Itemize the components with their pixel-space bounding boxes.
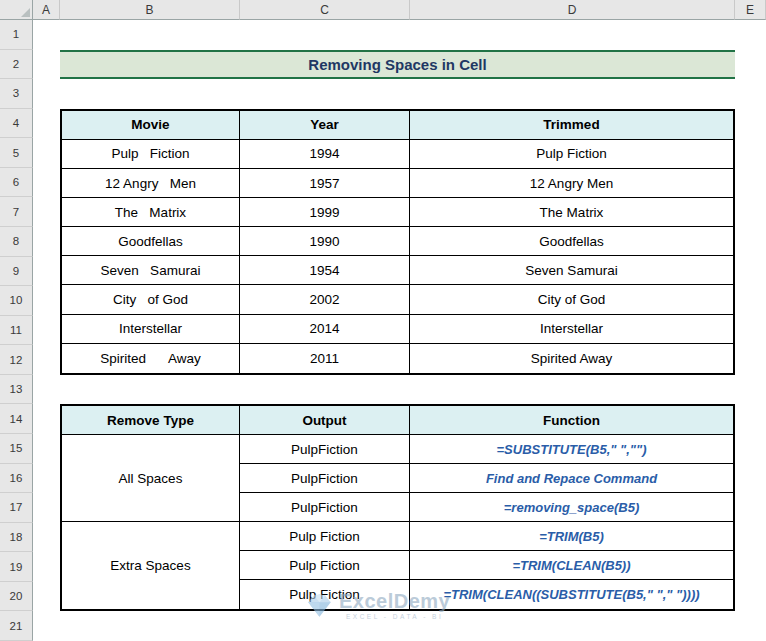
table1-cell-year[interactable]: 1957 — [240, 169, 410, 198]
table1-cell-movie[interactable]: The Matrix — [62, 198, 240, 227]
table1-cell-year[interactable]: 1990 — [240, 227, 410, 256]
row-header-16[interactable]: 16 — [0, 464, 33, 494]
row-header-10[interactable]: 10 — [0, 286, 33, 316]
row-header-11[interactable]: 11 — [0, 316, 33, 346]
row-header-15[interactable]: 15 — [0, 434, 33, 464]
table2-output-cell[interactable]: PulpFiction — [240, 435, 410, 464]
table2-function-cell[interactable]: =TRIM(CLEAN(B5)) — [410, 551, 733, 580]
column-header-A[interactable]: A — [33, 0, 60, 20]
row-header-1[interactable]: 1 — [0, 20, 33, 50]
row-header-4[interactable]: 4 — [0, 109, 33, 139]
table1-cell-trimmed[interactable]: Goodfellas — [410, 227, 733, 256]
table1-cell-movie[interactable]: Pulp Fiction — [62, 140, 240, 169]
table2-output-cell[interactable]: PulpFiction — [240, 493, 410, 522]
table2-function-cell[interactable]: Find and Repace Command — [410, 464, 733, 493]
table1-cell-trimmed[interactable]: 12 Angry Men — [410, 169, 733, 198]
table1-cell-trimmed[interactable]: Spirited Away — [410, 344, 733, 373]
table2-header-output[interactable]: Output — [240, 406, 410, 435]
watermark-tagline: EXCEL - DATA - BI — [346, 613, 443, 620]
row-header-18[interactable]: 18 — [0, 523, 33, 553]
table1-cell-year[interactable]: 1994 — [240, 140, 410, 169]
table1-header-trimmed[interactable]: Trimmed — [410, 111, 733, 140]
row-header-8[interactable]: 8 — [0, 227, 33, 257]
row-header-14[interactable]: 14 — [0, 404, 33, 434]
table1-cell-year[interactable]: 2014 — [240, 315, 410, 344]
table1-cell-movie[interactable]: City of God — [62, 285, 240, 314]
table2-function-cell[interactable]: =TRIM(CLEAN((SUBSTITUTE(B5," "," ")))) — [410, 580, 733, 609]
table1-cell-movie[interactable]: Seven Samurai — [62, 256, 240, 285]
table1-cell-year[interactable]: 1999 — [240, 198, 410, 227]
row-header-3[interactable]: 3 — [0, 79, 33, 109]
column-header-E[interactable]: E — [735, 0, 766, 20]
column-header-D[interactable]: D — [410, 0, 735, 20]
table2-function-cell[interactable]: =TRIM(B5) — [410, 522, 733, 551]
table1-header-year[interactable]: Year — [240, 111, 410, 140]
movies-table: Movie Year Trimmed Pulp Fiction1994Pulp … — [60, 109, 735, 375]
table1-cell-trimmed[interactable]: City of God — [410, 285, 733, 314]
table1-cell-trimmed[interactable]: Seven Samurai — [410, 256, 733, 285]
table2-function-cell[interactable]: =removing_space(B5) — [410, 493, 733, 522]
table1-cell-year[interactable]: 1954 — [240, 256, 410, 285]
table2-remove-type-cell[interactable]: All Spaces — [62, 435, 240, 522]
table2-header-function[interactable]: Function — [410, 406, 733, 435]
row-header-20[interactable]: 20 — [0, 582, 33, 612]
table2-output-cell[interactable]: PulpFiction — [240, 464, 410, 493]
row-header-2[interactable]: 2 — [0, 50, 33, 80]
table2-output-cell[interactable]: Pulp Fiction — [240, 580, 410, 609]
table1-cell-trimmed[interactable]: The Matrix — [410, 198, 733, 227]
select-all-triangle-icon — [21, 8, 30, 17]
row-header-13[interactable]: 13 — [0, 375, 33, 405]
table1-cell-movie[interactable]: 12 Angry Men — [62, 169, 240, 198]
table1-cell-movie[interactable]: Spirited Away — [62, 344, 240, 373]
table2-function-cell[interactable]: =SUBSTITUTE(B5," ","") — [410, 435, 733, 464]
table1-cell-movie[interactable]: Goodfellas — [62, 227, 240, 256]
table2-output-cell[interactable]: Pulp Fiction — [240, 551, 410, 580]
row-header-12[interactable]: 12 — [0, 345, 33, 375]
table1-cell-year[interactable]: 2011 — [240, 344, 410, 373]
table1-cell-year[interactable]: 2002 — [240, 285, 410, 314]
table2-output-cell[interactable]: Pulp Fiction — [240, 522, 410, 551]
title-banner-cell[interactable]: Removing Spaces in Cell — [60, 50, 735, 80]
row-header-17[interactable]: 17 — [0, 493, 33, 523]
column-header-C[interactable]: C — [240, 0, 410, 20]
column-header-B[interactable]: B — [60, 0, 240, 20]
row-header-9[interactable]: 9 — [0, 257, 33, 287]
functions-table: Remove Type Output Function All SpacesPu… — [60, 404, 735, 611]
row-header-19[interactable]: 19 — [0, 552, 33, 582]
row-header-7[interactable]: 7 — [0, 197, 33, 227]
page-title: Removing Spaces in Cell — [308, 56, 486, 73]
table1-cell-trimmed[interactable]: Interstellar — [410, 315, 733, 344]
spreadsheet: Removing Spaces in Cell Movie Year Trimm… — [0, 0, 766, 641]
table1-header-movie[interactable]: Movie — [62, 111, 240, 140]
row-header-21[interactable]: 21 — [0, 611, 33, 641]
row-header-6[interactable]: 6 — [0, 168, 33, 198]
row-header-5[interactable]: 5 — [0, 138, 33, 168]
table2-remove-type-cell[interactable]: Extra Spaces — [62, 522, 240, 609]
select-all-corner[interactable] — [0, 0, 33, 20]
table1-cell-trimmed[interactable]: Pulp Fiction — [410, 140, 733, 169]
table1-cell-movie[interactable]: Interstellar — [62, 315, 240, 344]
table2-header-remove-type[interactable]: Remove Type — [62, 406, 240, 435]
